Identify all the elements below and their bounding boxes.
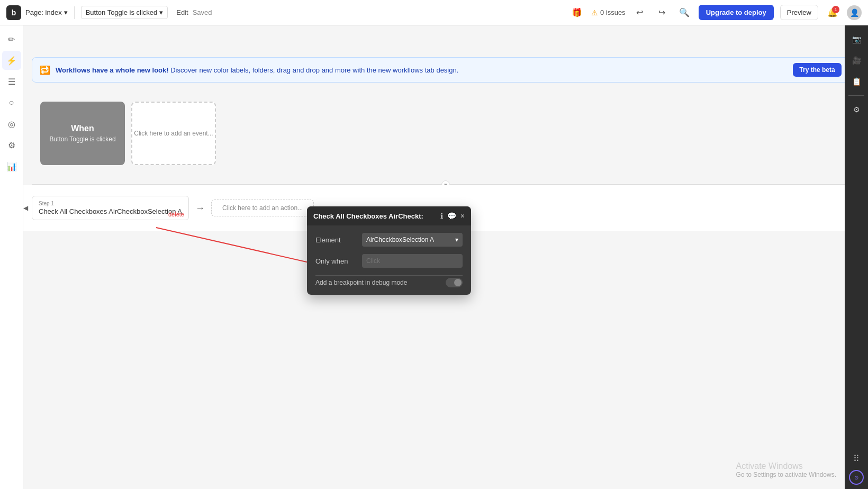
trigger-section: When Button Toggle is clicked Click here… — [32, 93, 860, 174]
gift-button[interactable]: 🎁 — [569, 5, 585, 21]
try-beta-button[interactable]: Try the beta — [793, 63, 841, 77]
page-label: Page: index — [25, 8, 62, 16]
banner-bold: Workflows have a whole new look! — [56, 66, 169, 74]
rp-circle-button[interactable]: ⊙ — [849, 470, 864, 485]
saved-label: Saved — [193, 8, 212, 16]
notification-button[interactable]: 🔔 1 — [825, 5, 840, 21]
popup-element-row: Element AirCheckboxSelection A ▾ — [315, 233, 463, 247]
workflow-canvas: When Button Toggle is clicked Click here… — [23, 83, 868, 184]
popup-element-label: Element — [315, 236, 358, 244]
watermark: Activate Windows Go to Settings to activ… — [736, 461, 836, 478]
sidebar: ✏ ⚡ ☰ ○ ◎ ⚙ 📊 — [0, 25, 23, 489]
when-sub-label: Button Toggle is clicked — [49, 135, 115, 143]
popup-onlywhen-label: Only when — [315, 257, 358, 265]
sidebar-item-circle[interactable]: ○ — [2, 93, 21, 112]
sidebar-item-target[interactable]: ◎ — [2, 114, 21, 133]
popup-header: Check All Checkboxes AirCheckt: ℹ 💬 × — [307, 206, 471, 225]
sidebar-item-analytics[interactable]: 📊 — [2, 157, 21, 176]
step-arrow-icon: → — [195, 203, 205, 214]
banner-icon: 🔁 — [40, 65, 50, 75]
topbar-right: 🎁 ⚠ 0 issues ↩ ↪ 🔍 Upgrade to deploy Pre… — [569, 5, 862, 21]
step-block[interactable]: Step 1 Check All Checkboxes AirCheckboxS… — [32, 196, 189, 220]
warning-icon: ⚠ — [591, 8, 598, 17]
popup-breakpoint-row: Add a breakpoint in debug mode — [315, 275, 463, 287]
right-panel: 📷 🎥 📋 ⚙ ⠿ ⊙ — [845, 25, 868, 489]
popup-close-button[interactable]: × — [460, 212, 465, 220]
avatar[interactable]: 👤 — [847, 5, 862, 20]
add-action-label: Click here to add an action... — [222, 204, 303, 212]
popup-element-select[interactable]: AirCheckboxSelection A ▾ — [362, 233, 463, 247]
redo-button[interactable]: ↪ — [654, 5, 670, 21]
action-popup: Check All Checkboxes AirCheckt: ℹ 💬 × El… — [307, 206, 471, 295]
upgrade-button[interactable]: Upgrade to deploy — [699, 5, 774, 20]
page-chevron: ▾ — [64, 8, 68, 16]
topbar-divider-1 — [74, 6, 75, 19]
popup-select-chevron: ▾ — [455, 236, 458, 243]
page-selector[interactable]: Page: index ▾ — [25, 8, 68, 16]
step-delete-button[interactable]: delete — [168, 211, 184, 218]
banner-desc: Discover new color labels, folders, drag… — [170, 66, 458, 74]
workflow-chevron: ▾ — [159, 8, 163, 16]
sidebar-item-settings[interactable]: ⚙ — [2, 135, 21, 155]
popup-title: Check All Checkboxes AirCheckt: — [313, 212, 436, 220]
rp-apps-button[interactable]: ⠿ — [847, 449, 866, 468]
when-block[interactable]: When Button Toggle is clicked — [40, 102, 125, 165]
watermark-subtitle: Go to Settings to activate Windows. — [736, 471, 836, 478]
popup-onlywhen-row: Only when — [315, 254, 463, 268]
when-label: When — [71, 124, 94, 133]
sidebar-item-workflow[interactable]: ⚡ — [2, 51, 21, 70]
watermark-title: Activate Windows — [736, 461, 836, 471]
add-event-label: Click here to add an event... — [134, 130, 213, 137]
issues-count: 0 issues — [600, 8, 626, 16]
step-name: Check All Checkboxes AirCheckboxSelectio… — [39, 207, 182, 215]
search-button[interactable]: 🔍 — [676, 5, 692, 21]
add-action-block[interactable]: Click here to add an action... — [211, 200, 314, 216]
add-event-block[interactable]: Click here to add an event... — [131, 102, 216, 165]
popup-element-value: AirCheckboxSelection A — [366, 236, 434, 243]
collapse-arrow[interactable]: ◀ — [23, 204, 28, 212]
rp-gear-button[interactable]: ⚙ — [847, 100, 866, 119]
step-number: Step 1 — [39, 201, 182, 206]
logo: b — [6, 5, 21, 20]
popup-body: Element AirCheckboxSelection A ▾ Only wh… — [307, 225, 471, 295]
rp-clipboard-button[interactable]: 📋 — [847, 72, 866, 91]
popup-chat-button[interactable]: 💬 — [447, 212, 456, 220]
edit-label: Edit — [176, 8, 188, 16]
notif-badge: 1 — [832, 6, 839, 13]
sidebar-item-edit[interactable]: ✏ — [2, 30, 21, 49]
preview-button[interactable]: Preview — [780, 5, 818, 20]
workflow-name-label: Button Toggle is clicked — [86, 8, 158, 16]
issues-button[interactable]: ⚠ 0 issues — [591, 8, 626, 17]
rp-video-button[interactable]: 🎥 — [847, 51, 866, 70]
rp-camera-button[interactable]: 📷 — [847, 30, 866, 49]
popup-breakpoint-label: Add a breakpoint in debug mode — [315, 279, 441, 286]
undo-button[interactable]: ↩ — [632, 5, 648, 21]
topbar: b Page: index ▾ Button Toggle is clicked… — [0, 0, 868, 25]
popup-breakpoint-toggle[interactable] — [446, 278, 463, 287]
rp-divider — [848, 95, 864, 96]
workflow-name[interactable]: Button Toggle is clicked ▾ — [81, 6, 168, 19]
beta-banner: 🔁 Workflows have a whole new look! Disco… — [32, 57, 860, 83]
sidebar-item-list[interactable]: ☰ — [2, 72, 21, 91]
banner-text: Workflows have a whole new look! Discove… — [56, 66, 788, 74]
popup-onlywhen-input[interactable] — [362, 254, 463, 268]
popup-info-button[interactable]: ℹ — [440, 212, 443, 220]
